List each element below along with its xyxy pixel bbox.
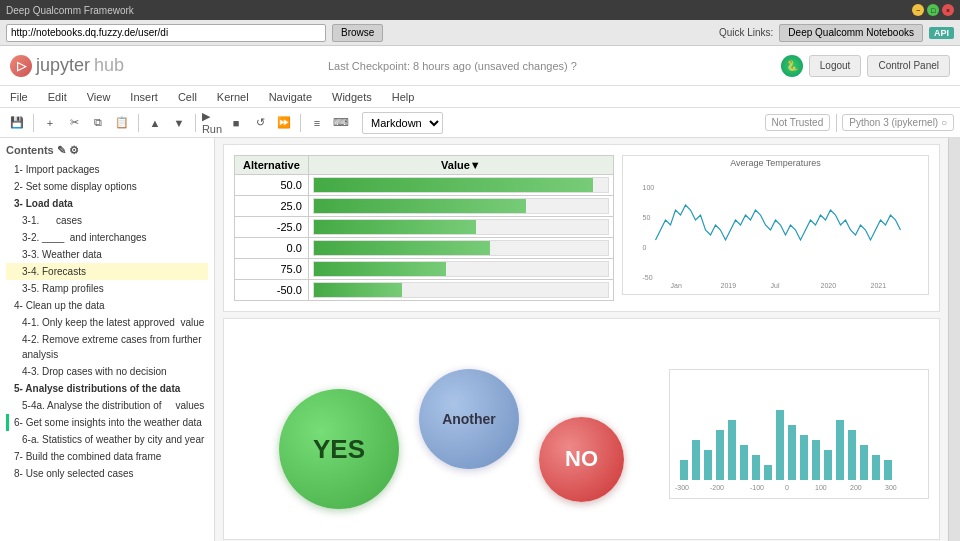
paste-icon[interactable]: 📋 xyxy=(111,112,133,134)
sidebar-item-6[interactable]: 6- Get some insights into the weather da… xyxy=(6,414,208,431)
sidebar-item-3-5[interactable]: 3-5. Ramp profiles xyxy=(6,280,208,297)
toolbar-sep-5 xyxy=(836,114,837,132)
svg-rect-33 xyxy=(884,460,892,480)
menu-file[interactable]: File xyxy=(6,89,32,105)
menu-widgets[interactable]: Widgets xyxy=(328,89,376,105)
yes-bubble[interactable]: YES xyxy=(279,389,399,509)
svg-rect-32 xyxy=(872,455,880,480)
toolbar-sep-3 xyxy=(195,114,196,132)
two-col-layout: Alternative Value▼ 50.025.0-25.00.075.0-… xyxy=(234,155,929,301)
sidebar-item-6-a[interactable]: 6-a. Statistics of weather by city and y… xyxy=(6,431,208,448)
restart-icon[interactable]: ↺ xyxy=(249,112,271,134)
jupyter-header: ▷ jupyterhub Last Checkpoint: 8 hours ag… xyxy=(0,46,960,86)
cell-type-icon[interactable]: ≡ xyxy=(306,112,328,134)
sidebar-item-2[interactable]: 2- Set some display options xyxy=(6,178,208,195)
run-icon[interactable]: ▶ Run xyxy=(201,112,223,134)
chart-title: Average Temperatures xyxy=(623,156,928,170)
temperature-chart: 100 50 0 -50 Jan 2019 Jul 2020 2021 xyxy=(623,170,928,290)
toolbar: 💾 + ✂ ⧉ 📋 ▲ ▼ ▶ Run ■ ↺ ⏩ ≡ ⌨ Markdown C… xyxy=(0,108,960,138)
svg-text:Jul: Jul xyxy=(771,282,780,289)
svg-rect-29 xyxy=(836,420,844,480)
menu-kernel[interactable]: Kernel xyxy=(213,89,253,105)
svg-rect-23 xyxy=(764,465,772,480)
table-row: -50.0 xyxy=(235,280,614,301)
trusted-badge: Not Trusted xyxy=(765,114,831,131)
sidebar-item-3-3[interactable]: 3-3. Weather data xyxy=(6,246,208,263)
right-scrollbar[interactable] xyxy=(948,138,960,541)
main-content: Contents ✎ ⚙ 1- Import packages 2- Set s… xyxy=(0,138,960,541)
sidebar-item-4-1[interactable]: 4-1. Only keep the latest approved value xyxy=(6,314,208,331)
svg-rect-28 xyxy=(824,450,832,480)
title-bar: Deep Qualcomm Framework − □ × xyxy=(0,0,960,20)
logout-button[interactable]: Logout xyxy=(809,55,862,77)
menu-help[interactable]: Help xyxy=(388,89,419,105)
bottom-chart: -300 -200 -100 0 100 200 300 xyxy=(670,370,929,499)
deepq-button[interactable]: Deep Qualcomm Notebooks xyxy=(779,24,923,42)
table-cell-alt: -25.0 xyxy=(235,217,309,238)
table-cell-alt: 75.0 xyxy=(235,259,309,280)
another-bubble[interactable]: Another xyxy=(419,369,519,469)
menu-edit[interactable]: Edit xyxy=(44,89,71,105)
sidebar-item-4-2[interactable]: 4-2. Remove extreme cases from further a… xyxy=(6,331,208,363)
interrupt-icon[interactable]: ■ xyxy=(225,112,247,134)
svg-text:0: 0 xyxy=(643,244,647,251)
menu-view[interactable]: View xyxy=(83,89,115,105)
minimize-button[interactable]: − xyxy=(912,4,924,16)
table-cell-bar xyxy=(308,280,613,301)
sidebar-item-3-4[interactable]: 3-4. Forecasts xyxy=(6,263,208,280)
add-cell-icon[interactable]: + xyxy=(39,112,61,134)
quick-links-label: Quick Links: xyxy=(719,27,773,38)
table-cell-bar xyxy=(308,217,613,238)
svg-rect-16 xyxy=(680,460,688,480)
control-panel-button[interactable]: Control Panel xyxy=(867,55,950,77)
close-window-button[interactable]: × xyxy=(942,4,954,16)
svg-rect-21 xyxy=(740,445,748,480)
sidebar-item-1[interactable]: 1- Import packages xyxy=(6,161,208,178)
no-bubble[interactable]: NO xyxy=(539,417,624,502)
table-row: 75.0 xyxy=(235,259,614,280)
sidebar-item-5[interactable]: 5- Analyse distributions of the data xyxy=(6,380,208,397)
svg-text:300: 300 xyxy=(885,484,897,491)
svg-rect-25 xyxy=(788,425,796,480)
sidebar-item-3-2[interactable]: 3-2. ____ and interchanges xyxy=(6,229,208,246)
sidebar-item-5-4a[interactable]: 5-4a. Analyse the distribution of values xyxy=(6,397,208,414)
col-alternative: Alternative xyxy=(235,156,309,175)
move-down-icon[interactable]: ▼ xyxy=(168,112,190,134)
table-container: Alternative Value▼ 50.025.0-25.00.075.0-… xyxy=(234,155,614,301)
table-row: 50.0 xyxy=(235,175,614,196)
maximize-button[interactable]: □ xyxy=(927,4,939,16)
sidebar-item-4-3[interactable]: 4-3. Drop cases with no decision xyxy=(6,363,208,380)
sidebar-item-3[interactable]: 3- Load data xyxy=(6,195,208,212)
browse-button[interactable]: Browse xyxy=(332,24,383,42)
copy-icon[interactable]: ⧉ xyxy=(87,112,109,134)
table-cell-alt: -50.0 xyxy=(235,280,309,301)
api-badge: API xyxy=(929,27,954,39)
keyboard-icon[interactable]: ⌨ xyxy=(330,112,352,134)
menu-cell[interactable]: Cell xyxy=(174,89,201,105)
table-cell-bar xyxy=(308,175,613,196)
menu-navigate[interactable]: Navigate xyxy=(265,89,316,105)
svg-rect-20 xyxy=(728,420,736,480)
window-controls: − □ × xyxy=(912,4,954,16)
sidebar-item-4[interactable]: 4- Clean up the data xyxy=(6,297,208,314)
menu-insert[interactable]: Insert xyxy=(126,89,162,105)
menu-bar: File Edit View Insert Cell Kernel Naviga… xyxy=(0,86,960,108)
table-cell-alt: 50.0 xyxy=(235,175,309,196)
save-icon[interactable]: 💾 xyxy=(6,112,28,134)
restart-run-icon[interactable]: ⏩ xyxy=(273,112,295,134)
sidebar-item-8[interactable]: 8- Use only selected cases xyxy=(6,465,208,482)
svg-rect-17 xyxy=(692,440,700,480)
sidebar: Contents ✎ ⚙ 1- Import packages 2- Set s… xyxy=(0,138,215,541)
url-input[interactable] xyxy=(6,24,326,42)
col-value: Value▼ xyxy=(308,156,613,175)
table-cell-bar xyxy=(308,196,613,217)
sidebar-item-3-1[interactable]: 3-1. cases xyxy=(6,212,208,229)
cell-type-select[interactable]: Markdown Code Raw xyxy=(362,112,443,134)
notebook-scroll[interactable]: Alternative Value▼ 50.025.0-25.00.075.0-… xyxy=(215,138,948,541)
kernel-badge: Python 3 (ipykernel) ○ xyxy=(842,114,954,131)
toolbar-sep-4 xyxy=(300,114,301,132)
cut-icon[interactable]: ✂ xyxy=(63,112,85,134)
sidebar-item-7[interactable]: 7- Build the combined data frame xyxy=(6,448,208,465)
move-up-icon[interactable]: ▲ xyxy=(144,112,166,134)
sidebar-title: Contents ✎ ⚙ xyxy=(6,144,208,157)
